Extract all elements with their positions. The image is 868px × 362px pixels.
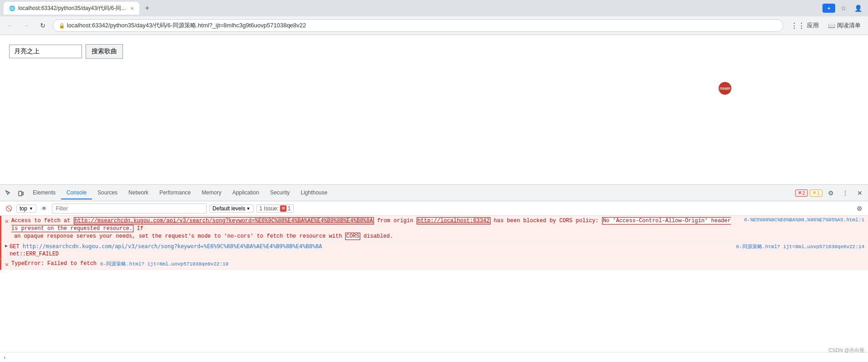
search-button[interactable]: 搜索歌曲	[86, 44, 123, 59]
console-input-row: ›	[0, 352, 868, 362]
devtools-close-button[interactable]: ✕	[853, 187, 866, 199]
csdn-watermark: CSDN @亦向视	[829, 347, 864, 354]
console-settings-button[interactable]: ⚙	[854, 204, 864, 214]
console-toolbar: 🚫 top ▼ 👁 Default levels ▼ 1 Issue: ✕ 1 …	[0, 201, 868, 216]
top-label: top	[20, 205, 27, 212]
cors-error-text: Access to fetch at http://msearchcdn.kug…	[11, 217, 740, 233]
tab-title: localhost:63342/python35/day43/代码/6-同...	[18, 5, 126, 12]
svg-rect-0	[19, 191, 22, 196]
tab-lighthouse[interactable]: Lighthouse	[295, 187, 333, 199]
page-content: 搜索歌曲 nsam	[0, 35, 868, 180]
apps-menu-button[interactable]: ⋮⋮ 应用	[787, 21, 822, 30]
tab-memory[interactable]: Memory	[196, 187, 227, 199]
default-levels-label: Default levels	[213, 205, 245, 212]
top-dropdown-icon: ▼	[29, 206, 33, 211]
tab-console[interactable]: Console	[61, 187, 92, 199]
browser-chrome: 🌐 localhost:63342/python35/day43/代码/6-同.…	[0, 0, 868, 35]
default-levels-dropdown[interactable]: Default levels ▼	[209, 204, 254, 213]
warning-x-icon: ✕	[812, 190, 816, 195]
issue-label: 1 Issue:	[260, 205, 279, 212]
devtools-tabs-right: ✕ 2 ✕ 1 ⚙ ⋮ ✕	[795, 187, 866, 199]
error-icon-1: ✕	[5, 218, 9, 225]
file-ref-1[interactable]: 6-%E5%90%8C%E6%BA%90…%96%E7%95%A5.html:1	[744, 217, 864, 223]
inspect-element-button[interactable]	[2, 187, 15, 199]
search-area: 搜索歌曲	[9, 44, 859, 59]
typeerror-text: TypeError: Failed to fetch	[11, 260, 97, 267]
get-url-link[interactable]: http://msearchcdn.kugou.com/api/v3/searc…	[23, 243, 322, 250]
profile-icon[interactable]: 👤	[852, 2, 864, 15]
net-error-text: net::ERR_FAILED	[10, 251, 732, 257]
reading-mode-label: 阅读清单	[837, 21, 861, 30]
file-ref-2[interactable]: 6-同源策略.html? ijt=8ml…uovp571038qe8v22:14	[736, 243, 864, 250]
tab-elements[interactable]: Elements	[27, 187, 61, 199]
cors-error-second-line: an opaque response serves your needs, se…	[5, 233, 393, 240]
csdn-avatar: nsam	[719, 82, 731, 95]
apps-label: 应用	[807, 21, 819, 30]
extension-icon[interactable]: ✦	[822, 4, 835, 13]
file-ref-3[interactable]: 6-同源策略.html? ijt=8ml…uovp571038qe8v22:19	[100, 260, 229, 267]
device-toolbar-button[interactable]	[15, 187, 27, 199]
address-text: localhost:63342/python35/day43/代码/6-同源策略…	[67, 21, 306, 30]
lock-icon: 🔒	[59, 23, 65, 29]
tab-bar: 🌐 localhost:63342/python35/day43/代码/6-同.…	[0, 0, 868, 16]
csdn-avatar-circle: nsam	[719, 82, 731, 95]
tab-network[interactable]: Network	[123, 187, 154, 199]
warning-count-badge[interactable]: ✕ 1	[810, 189, 822, 197]
default-levels-arrow: ▼	[246, 206, 250, 211]
console-prompt-icon: ›	[4, 354, 5, 361]
cors-origin-url[interactable]: http://localhost:63342	[417, 217, 490, 224]
tab-sources[interactable]: Sources	[92, 187, 123, 199]
console-entry-get-error: ▶ GET http://msearchcdn.kugou.com/api/v3…	[0, 242, 868, 259]
console-output: ✕ Access to fetch at http://msearchcdn.k…	[0, 216, 868, 352]
song-search-input[interactable]	[9, 45, 82, 58]
get-error-content: GET http://msearchcdn.kugou.com/api/v3/s…	[10, 243, 732, 257]
nav-bar: ← → ↻ 🔒 localhost:63342/python35/day43/代…	[0, 16, 868, 35]
tab-application[interactable]: Application	[227, 187, 265, 199]
tab-performance[interactable]: Performance	[154, 187, 196, 199]
svg-rect-1	[22, 192, 23, 195]
cors-error-row: ✕ Access to fetch at http://msearchcdn.k…	[5, 217, 864, 233]
reload-button[interactable]: ↻	[36, 19, 49, 32]
console-input[interactable]	[8, 354, 864, 361]
issue-badge: 1 Issue: ✕ 1	[256, 204, 294, 213]
error-count: 2	[802, 190, 805, 196]
cors-highlight-2: CORS	[345, 233, 360, 240]
issue-count: 1	[288, 205, 291, 212]
nav-right-icons: ⋮⋮ 应用 📖 阅读清单	[787, 21, 864, 30]
tab-security[interactable]: Security	[265, 187, 295, 199]
active-tab[interactable]: 🌐 localhost:63342/python35/day43/代码/6-同.…	[4, 2, 139, 15]
clear-console-button[interactable]: 🚫	[4, 204, 14, 214]
error-count-badge[interactable]: ✕ 2	[795, 189, 808, 197]
console-entry-cors-error: ✕ Access to fetch at http://msearchcdn.k…	[0, 216, 868, 242]
browser-right-controls: ✦ ☆ 👤	[822, 2, 864, 15]
watermark-text: CSDN @亦向视	[829, 347, 864, 353]
cors-fetch-url[interactable]: http://msearchcdn.kugou.com/api/v3/searc…	[74, 217, 374, 224]
expand-arrow-2[interactable]: ▶	[5, 243, 8, 249]
tab-close-icon[interactable]: ✕	[130, 6, 134, 11]
top-context-selector[interactable]: top ▼	[16, 204, 36, 213]
filter-input[interactable]	[52, 204, 207, 214]
forward-button[interactable]: →	[20, 19, 33, 32]
devtools-more-button[interactable]: ⋮	[839, 187, 852, 199]
address-bar[interactable]: 🔒 localhost:63342/python35/day43/代码/6-同源…	[53, 19, 783, 32]
devtools-panel: Elements Console Sources Network Perform…	[0, 184, 868, 362]
new-tab-button[interactable]: +	[142, 3, 152, 13]
apps-grid-icon: ⋮⋮	[791, 21, 805, 30]
devtools-settings-button[interactable]: ⚙	[824, 187, 837, 199]
reading-mode-button[interactable]: 📖 阅读清单	[824, 21, 864, 30]
reading-mode-icon: 📖	[828, 22, 835, 29]
issue-x-icon: ✕	[280, 205, 286, 212]
error-icon-3: ✕	[5, 261, 9, 268]
eye-button[interactable]: 👁	[39, 204, 49, 214]
back-button[interactable]: ←	[4, 19, 16, 32]
devtools-tab-bar: Elements Console Sources Network Perform…	[0, 185, 868, 201]
warning-count: 1	[817, 190, 820, 196]
bookmark-icon[interactable]: ☆	[837, 2, 850, 15]
error-x-icon: ✕	[798, 190, 802, 195]
console-entry-typeerror: ✕ TypeError: Failed to fetch 6-同源策略.html…	[0, 259, 868, 270]
